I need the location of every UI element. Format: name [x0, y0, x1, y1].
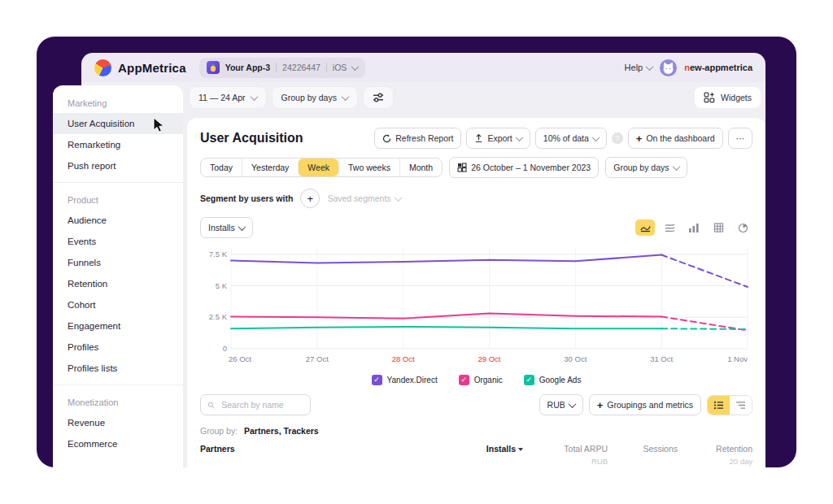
more-actions-button[interactable]: ⋯ [728, 128, 753, 149]
plus-icon: + [597, 400, 604, 411]
widgets-button[interactable]: Widgets [695, 87, 761, 108]
currency-selector[interactable]: RUB [539, 394, 583, 415]
sidebar-section-monetization: Monetization [53, 391, 183, 412]
export-button[interactable]: Export [466, 128, 530, 149]
saved-segments-dropdown[interactable]: Saved segments [327, 193, 400, 203]
legend-checkbox-google-ads[interactable]: ✓ [524, 375, 534, 385]
chevron-down-icon [515, 133, 523, 141]
separator [276, 63, 277, 72]
sidebar: Marketing User Acquisition Remarketing P… [53, 85, 183, 467]
divider [53, 385, 183, 385]
segment-label: Segment by users with [200, 193, 293, 203]
tab-week[interactable]: Week [298, 159, 338, 176]
add-segment-button[interactable]: + [300, 189, 320, 208]
sidebar-item-cohort[interactable]: Cohort [53, 294, 183, 315]
chevron-down-icon [238, 223, 246, 231]
sidebar-item-profiles[interactable]: Profiles [53, 337, 183, 358]
sidebar-item-revenue[interactable]: Revenue [53, 412, 183, 433]
sidebar-section-marketing: Marketing [53, 92, 183, 113]
line-chart-icon[interactable] [635, 219, 655, 236]
svg-text:28 Oct: 28 Oct [392, 354, 415, 363]
sidebar-item-events[interactable]: Events [53, 231, 183, 252]
chart-type-switcher [635, 219, 752, 236]
help-menu[interactable]: Help [625, 63, 653, 72]
sidebar-item-remarketing[interactable]: Remarketing [53, 134, 183, 155]
stacked-chart-icon[interactable] [660, 219, 679, 236]
chevron-down-icon [591, 133, 600, 141]
legend-item-organic[interactable]: ✓ Organic [459, 375, 503, 385]
app-selector[interactable]: Your App-3 24226447 iOS [199, 58, 366, 78]
group-by-value[interactable]: Partners, Trackers [244, 426, 319, 436]
plus-icon: + [636, 133, 643, 144]
sidebar-item-audience[interactable]: Audience [53, 210, 183, 231]
calendar-icon [457, 163, 467, 172]
username[interactable]: new-appmetrica [684, 63, 752, 72]
svg-text:29 Oct: 29 Oct [478, 354, 501, 363]
group-by-summary: Group by: Partners, Trackers [200, 426, 752, 436]
report-group-by-button[interactable]: Group by days [605, 157, 687, 178]
chart-legend: ✓ Yandex.Direct ✓ Organic ✓ Google Ads [200, 371, 752, 388]
svg-text:27 Oct: 27 Oct [306, 354, 329, 363]
svg-text:0: 0 [223, 344, 227, 353]
legend-item-yandex-direct[interactable]: ✓ Yandex.Direct [372, 375, 438, 385]
metric-selector-button[interactable]: Installs [200, 217, 253, 238]
mouse-cursor [152, 117, 168, 133]
legend-checkbox-organic[interactable]: ✓ [459, 375, 469, 385]
info-icon[interactable]: ? [612, 133, 623, 144]
svg-text:7.5 K: 7.5 K [209, 250, 228, 259]
legend-item-google-ads[interactable]: ✓ Google Ads [524, 375, 582, 385]
app-window: AppMetrica Your App-3 24226447 iOS Help … [37, 37, 796, 467]
period-tabs: Today Yesterday Week Two weeks Month [200, 158, 443, 177]
app-icon [207, 61, 220, 74]
tab-month[interactable]: Month [399, 159, 442, 176]
column-retention[interactable]: Retention 20 day [678, 444, 752, 466]
divider [53, 182, 183, 183]
group-by-label: Group by: [200, 426, 238, 436]
refresh-report-button[interactable]: Refresh Report [374, 128, 461, 149]
pie-chart-icon[interactable] [733, 219, 752, 236]
chevron-down-icon [394, 193, 402, 202]
sidebar-item-retention[interactable]: Retention [53, 273, 183, 294]
chevron-down-icon [341, 93, 349, 101]
report-panel: User Acquisition Refresh Report Export 1… [187, 118, 765, 467]
report-date-range-button[interactable]: 26 October – 1 November 2023 [449, 157, 599, 178]
global-filters-bar: 11 — 24 Apr Group by days [190, 87, 393, 108]
chevron-down-icon [672, 163, 680, 171]
app-name: Your App-3 [225, 63, 270, 72]
sidebar-item-profiles-lists[interactable]: Profiles lists [53, 358, 183, 379]
column-total-arpu[interactable]: Total ARPU RUB [523, 444, 608, 466]
groupings-metrics-button[interactable]: + Groupings and metrics [589, 394, 701, 415]
chevron-down-icon [250, 93, 258, 101]
search-input[interactable] [220, 399, 303, 411]
appmetrica-logo-icon [94, 59, 111, 76]
data-sampling-button[interactable]: 10% of data [535, 128, 607, 149]
search-box[interactable] [200, 394, 311, 415]
chevron-down-icon [351, 63, 360, 71]
sidebar-section-product: Product [53, 189, 183, 210]
bar-chart-icon[interactable] [684, 219, 704, 236]
svg-text:31 Oct: 31 Oct [650, 354, 673, 363]
avatar[interactable] [660, 59, 677, 76]
add-to-dashboard-button[interactable]: + On the dashboard [628, 128, 723, 149]
tab-two-weeks[interactable]: Two weeks [338, 159, 399, 176]
tree-view-icon[interactable] [730, 396, 752, 415]
global-date-range-selector[interactable]: 11 — 24 Apr [190, 87, 266, 108]
tab-yesterday[interactable]: Yesterday [242, 159, 298, 176]
separator [326, 63, 327, 72]
column-sessions[interactable]: Sessions [608, 444, 678, 466]
sidebar-item-ecommerce[interactable]: Ecommerce [53, 433, 183, 454]
list-view-icon[interactable] [708, 396, 730, 415]
sidebar-item-push-report[interactable]: Push report [53, 155, 183, 176]
sidebar-item-funnels[interactable]: Funnels [53, 252, 183, 273]
check-icon: ✓ [526, 376, 532, 384]
svg-text:5 K: 5 K [216, 281, 228, 290]
tab-today[interactable]: Today [201, 159, 242, 176]
table-view-icon[interactable] [709, 219, 728, 236]
column-installs[interactable]: Installs [460, 444, 523, 466]
global-group-by-selector[interactable]: Group by days [273, 87, 357, 108]
legend-checkbox-yandex-direct[interactable]: ✓ [372, 375, 382, 385]
page-title: User Acquisition [200, 131, 303, 146]
filter-settings-button[interactable] [364, 87, 393, 108]
sidebar-item-engagement[interactable]: Engagement [53, 315, 183, 337]
installs-chart[interactable]: 02.5 K5 K7.5 K26 Oct27 Oct28 Oct29 Oct30… [200, 240, 752, 371]
